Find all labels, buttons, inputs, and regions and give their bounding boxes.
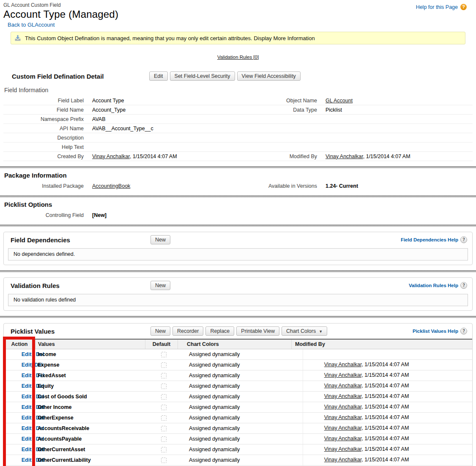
help-question-icon[interactable]: ?	[460, 4, 467, 10]
default-checkbox[interactable]	[161, 436, 167, 442]
entity-breadcrumb: GL Account Custom Field	[3, 2, 473, 8]
data-type-label: Data Type	[237, 107, 317, 113]
picklist-value-row: Edit | Del FixedAsset Assigned dynamical…	[4, 370, 472, 381]
column-header-chart-colors: Chart Colors	[178, 340, 291, 349]
controlling-field-label: Controlling Field	[3, 212, 84, 218]
field-row: Installed Package AccountingBook Availab…	[3, 181, 473, 190]
picklist-values-section: Picklist Values New Recorder Replace Pri…	[3, 323, 473, 466]
no-validation-rules-message: No validation rules defined	[8, 294, 468, 306]
package-information-heading: Package Information	[4, 172, 473, 179]
chart-color-value: Assigned dynamically	[180, 383, 303, 389]
help-for-this-page-link[interactable]: Help for this Page	[416, 4, 458, 10]
set-field-level-security-button[interactable]: Set Field-Level Security	[170, 71, 235, 81]
field-information-label: Field Information	[4, 87, 473, 93]
picklist-value-label: OtherCurrentLiability	[35, 457, 148, 463]
object-name-label: Object Name	[237, 98, 317, 104]
chart-color-value: Assigned dynamically	[180, 425, 303, 431]
default-checkbox[interactable]	[161, 458, 167, 463]
modified-by-user-link[interactable]: Vinay Anchalkar,	[326, 154, 364, 159]
column-header-default: Default	[145, 340, 178, 349]
object-name-link[interactable]: GL Account	[326, 98, 353, 104]
managed-package-banner: This Custom Object Defination is managed…	[11, 32, 465, 44]
picklist-value-label: AccountsPayable	[35, 436, 148, 442]
field-row: Field Name Account_Type Data Type Pickli…	[3, 105, 473, 115]
modified-by-date: 1/15/2014 4:07 AM	[364, 154, 410, 159]
namespace-prefix-label: Namespace Prefix	[3, 116, 84, 122]
picklist-value-row: Edit | Del OtherCurrentLiability Assigne…	[4, 455, 472, 466]
field-dependencies-section: Field Dependencies New Field Dependencie…	[3, 232, 473, 265]
chart-color-value: Assigned dynamically	[180, 447, 303, 452]
default-checkbox[interactable]	[161, 362, 167, 368]
field-label-label: Field Label	[3, 98, 84, 104]
field-dependencies-title: Field Dependencies	[11, 236, 150, 244]
new-validation-rule-button[interactable]: New	[150, 281, 170, 290]
picklist-value-row: Edit | Del OtherCurrentAsset Assigned dy…	[4, 444, 472, 455]
picklist-value-row: Edit | Del Equity Assigned dynamically V…	[4, 381, 472, 392]
chart-color-value: Assigned dynamically	[180, 415, 303, 421]
picklist-value-row: Edit | Del Income Assigned dynamically V…	[4, 349, 472, 360]
picklist-value-label: AccountsReceivable	[35, 425, 148, 431]
help-question-icon[interactable]: ?	[460, 328, 467, 334]
field-row: Namespace Prefix AVAB	[3, 115, 473, 124]
detail-section-header: Custom Field Defination Detail Edit Set …	[3, 71, 473, 81]
managed-package-icon	[14, 35, 21, 41]
help-question-icon[interactable]: ?	[460, 282, 467, 289]
installed-package-label: Installed Package	[3, 183, 84, 189]
validation-rules-anchor-link[interactable]: Validation Rules [0]	[217, 55, 259, 60]
installed-package-link[interactable]: AccountingBook	[92, 183, 130, 189]
namespace-prefix-value: AVAB	[84, 116, 237, 122]
default-checkbox[interactable]	[161, 384, 167, 389]
validation-rules-section: Validation Rules New Validation Rules He…	[3, 277, 473, 311]
no-dependencies-message: No dependencies defined.	[8, 248, 468, 260]
default-checkbox[interactable]	[161, 447, 167, 452]
picklist-value-row: Edit | Del AccountsPayable Assigned dyna…	[4, 434, 472, 444]
default-checkbox[interactable]	[161, 415, 167, 421]
picklist-value-label: Cost of Goods Sold	[35, 394, 148, 400]
default-checkbox[interactable]	[161, 405, 167, 410]
field-name-label: Field Name	[3, 107, 84, 113]
validation-rules-title: Validation Rules	[11, 282, 150, 289]
picklist-value-label: OtherExpense	[35, 415, 148, 421]
page-title: Account Type (Managed)	[3, 8, 473, 20]
default-checkbox[interactable]	[161, 426, 167, 431]
edit-button[interactable]: Edit	[149, 71, 168, 81]
controlling-field-value: [New]	[84, 212, 237, 218]
help-text-label: Help Text	[3, 144, 84, 150]
api-name-label: API Name	[3, 126, 84, 132]
api-name-value: AVAB__Account_Type__c	[84, 126, 237, 132]
column-header-values: Values	[35, 340, 145, 349]
new-dependency-button[interactable]: New	[150, 235, 170, 244]
default-checkbox[interactable]	[161, 352, 167, 357]
chart-colors-dropdown-button[interactable]: Chart Colors▼	[282, 326, 327, 336]
chart-color-value: Assigned dynamically	[180, 351, 303, 357]
chart-color-value: Assigned dynamically	[180, 457, 303, 463]
back-to-object-link[interactable]: Back to GLAccount	[8, 22, 55, 28]
replace-button[interactable]: Replace	[205, 326, 234, 336]
recorder-button[interactable]: Recorder	[172, 326, 203, 336]
printable-view-button[interactable]: Printable View	[236, 326, 279, 336]
picklist-values-table: Action Values Default Chart Colors Modif…	[4, 339, 472, 466]
chart-color-value: Assigned dynamically	[180, 362, 303, 368]
picklist-values-help-link[interactable]: Picklist Values Help	[413, 329, 458, 334]
description-label: Description	[3, 135, 84, 141]
section-divider	[0, 270, 476, 272]
validation-rules-help-link[interactable]: Validation Rules Help	[409, 283, 458, 288]
created-by-user-link[interactable]: Vinay Anchalkar,	[92, 154, 131, 159]
default-checkbox[interactable]	[161, 394, 167, 400]
chart-color-value: Assigned dynamically	[180, 404, 303, 410]
new-picklist-value-button[interactable]: New	[150, 326, 170, 336]
picklist-value-label: OtherCurrentAsset	[35, 447, 148, 452]
field-label-value: Account Type	[84, 98, 237, 104]
default-checkbox[interactable]	[161, 373, 167, 378]
created-by-label: Created By	[3, 154, 84, 159]
picklist-table-body: Edit | Del Income Assigned dynamically V…	[4, 349, 472, 466]
field-row: API Name AVAB__Account_Type__c	[3, 124, 473, 133]
picklist-value-label: Expense	[35, 362, 148, 368]
help-question-icon[interactable]: ?	[460, 236, 467, 243]
view-field-accessibility-button[interactable]: View Field Accessibility	[237, 71, 301, 81]
section-divider	[0, 166, 476, 168]
section-divider	[0, 316, 476, 318]
data-type-value: Picklist	[317, 107, 473, 113]
field-dependencies-help-link[interactable]: Field Dependencies Help	[401, 237, 458, 242]
field-row: Field Label Account Type Object Name GL …	[3, 96, 473, 105]
